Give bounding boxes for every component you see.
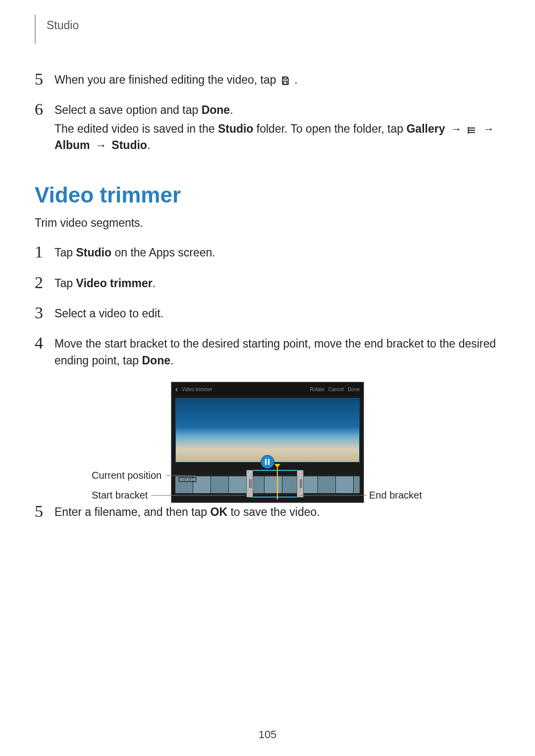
step-3: 3 Select a video to edit. bbox=[35, 304, 500, 324]
step-body: When you are finished editing the video,… bbox=[54, 71, 298, 90]
save-icon bbox=[280, 76, 290, 86]
step-4: 4 Move the start bracket to the desired … bbox=[35, 335, 500, 371]
label-text: Start bracket bbox=[92, 490, 148, 501]
section-title: Video trimmer bbox=[35, 183, 500, 207]
arrow: → bbox=[445, 122, 467, 135]
step-6: 6 Select a save option and tap Done. The… bbox=[35, 101, 500, 155]
rotate-button: Rotate bbox=[310, 387, 324, 392]
page-header: Studio bbox=[35, 15, 500, 44]
step-number: 6 bbox=[35, 101, 54, 155]
text: on the Apps screen. bbox=[111, 246, 215, 259]
bold: Studio bbox=[218, 122, 254, 135]
bold: Studio bbox=[76, 246, 111, 259]
svg-point-5 bbox=[468, 127, 469, 128]
screenshot-title: Video trimmer bbox=[182, 387, 306, 392]
step-body: Tap Studio on the Apps screen. bbox=[54, 244, 215, 263]
text: . bbox=[294, 73, 297, 86]
bold: Studio bbox=[111, 139, 147, 151]
step-body: Move the start bracket to the desired st… bbox=[54, 335, 500, 371]
svg-rect-1 bbox=[284, 81, 287, 85]
text: The edited video is saved in the bbox=[54, 122, 218, 135]
section-intro: Trim video segments. bbox=[35, 216, 500, 230]
text: Select a save option and tap bbox=[54, 103, 202, 116]
continued-steps-list: 5 When you are finished editing the vide… bbox=[35, 71, 500, 155]
step-body: Select a video to edit. bbox=[54, 304, 163, 324]
svg-point-7 bbox=[468, 132, 469, 133]
playhead bbox=[277, 468, 278, 500]
trimmer-screenshot: ‹ Video trimmer Rotate Cancel Done 00:00… bbox=[171, 382, 364, 503]
steps-continued: 5 Enter a filename, and then tap OK to s… bbox=[35, 503, 500, 522]
text: to save the video. bbox=[227, 505, 320, 518]
step-5b: 5 Enter a filename, and then tap OK to s… bbox=[35, 503, 500, 522]
svg-rect-0 bbox=[284, 77, 287, 79]
bold: Video trimmer bbox=[76, 277, 152, 290]
steps-list: 1 Tap Studio on the Apps screen. 2 Tap V… bbox=[35, 244, 500, 371]
step-body: Tap Video trimmer. bbox=[54, 274, 156, 294]
page-number: 105 bbox=[0, 728, 535, 741]
text: Tap bbox=[54, 277, 76, 290]
text: . bbox=[153, 277, 156, 290]
step-number: 4 bbox=[35, 335, 54, 371]
timeline: 00:00:06 bbox=[175, 470, 360, 498]
text: When you are finished editing the video,… bbox=[54, 73, 279, 86]
label-current-position: Current position bbox=[92, 470, 161, 481]
step-number: 3 bbox=[35, 304, 54, 324]
text: . bbox=[170, 354, 173, 367]
step-1: 1 Tap Studio on the Apps screen. bbox=[35, 244, 500, 263]
arrow: → bbox=[478, 122, 496, 135]
menu-icon bbox=[468, 126, 477, 135]
label-start-bracket: Start bracket bbox=[92, 490, 148, 501]
arrow: → bbox=[90, 139, 112, 151]
text: . bbox=[147, 139, 150, 151]
back-icon: ‹ bbox=[175, 385, 178, 393]
bold: OK bbox=[211, 505, 228, 518]
pause-icon bbox=[261, 455, 274, 469]
text: folder. To open the folder, tap bbox=[253, 122, 406, 135]
step-number: 1 bbox=[35, 244, 54, 263]
step-body: Enter a filename, and then tap OK to sav… bbox=[54, 503, 320, 522]
timecode: 00:00:06 bbox=[178, 477, 197, 482]
step-number: 5 bbox=[35, 71, 54, 90]
diagram: ‹ Video trimmer Rotate Cancel Done 00:00… bbox=[35, 382, 500, 503]
start-bracket-handle bbox=[246, 470, 253, 498]
selection-box bbox=[250, 470, 300, 498]
bold: Album bbox=[54, 139, 90, 151]
step-number: 5 bbox=[35, 503, 54, 522]
text: . bbox=[230, 103, 233, 116]
label-text: End bracket bbox=[369, 490, 422, 501]
cancel-button: Cancel bbox=[328, 387, 344, 392]
text: Select a video to edit. bbox=[54, 305, 163, 322]
text: Tap bbox=[54, 246, 76, 259]
text: Move the start bracket to the desired st… bbox=[54, 337, 496, 366]
text: Enter a filename, and then tap bbox=[54, 505, 211, 518]
step-body: Select a save option and tap Done. The e… bbox=[54, 101, 500, 155]
step-2: 2 Tap Video trimmer. bbox=[35, 274, 500, 294]
label-text: Current position bbox=[92, 470, 161, 481]
header-title: Studio bbox=[47, 19, 79, 32]
bold: Done bbox=[142, 354, 170, 367]
svg-point-6 bbox=[468, 130, 469, 131]
video-preview bbox=[175, 398, 360, 462]
screenshot-topbar: ‹ Video trimmer Rotate Cancel Done bbox=[171, 382, 364, 396]
bold: Done bbox=[202, 103, 230, 116]
done-button: Done bbox=[348, 387, 360, 392]
bold: Gallery bbox=[406, 122, 445, 135]
step-5: 5 When you are finished editing the vide… bbox=[35, 71, 500, 90]
step-number: 2 bbox=[35, 274, 54, 294]
end-bracket-handle bbox=[297, 470, 304, 498]
label-end-bracket: End bracket bbox=[369, 490, 422, 501]
